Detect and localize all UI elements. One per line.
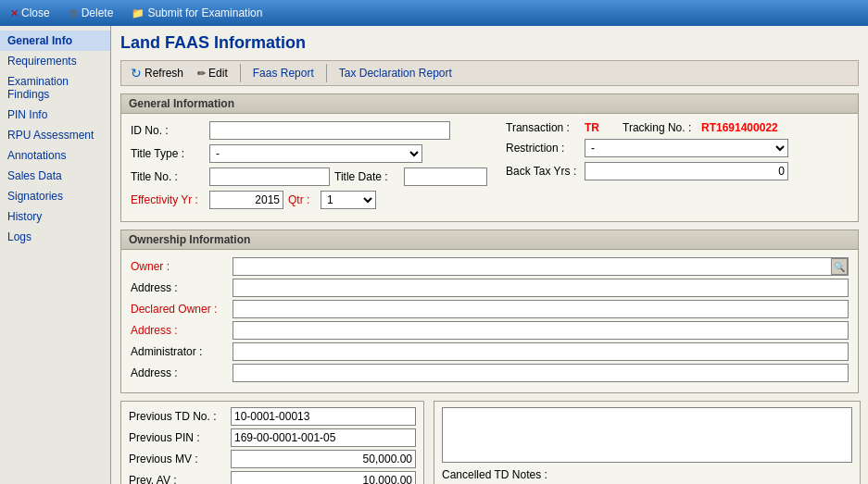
content-area: Land FAAS Information ↻ Refresh ✏ Edit F… [111, 26, 868, 484]
prev-td-input[interactable] [231, 407, 416, 426]
owner-row: Owner : 🔍 [131, 257, 849, 276]
address2-row: Address : [131, 321, 849, 340]
cancelled-td-notes-input[interactable] [442, 407, 852, 463]
declared-owner-row: Declared Owner : [131, 300, 849, 318]
prev-mv-row: Previous MV : [129, 450, 416, 468]
address3-input[interactable] [233, 364, 849, 382]
toolbar: ↻ Refresh ✏ Edit Faas Report Tax Declara… [120, 60, 859, 86]
edit-button[interactable]: ✏ Edit [193, 65, 233, 81]
title-type-label: Title Type : [131, 147, 205, 160]
title-date-input[interactable] [404, 168, 487, 186]
administrator-row: Administrator : [131, 342, 849, 361]
restriction-row: Restriction : - [506, 139, 849, 157]
title-no-row: Title No. : Title Date : [131, 168, 487, 186]
cancelled-td-notes-label: Cancelled TD Notes : [442, 468, 547, 481]
transaction-label: Transaction : [506, 121, 580, 134]
owner-label: Owner : [131, 260, 233, 273]
owner-search-button[interactable]: 🔍 [831, 258, 848, 275]
prev-pin-input[interactable] [231, 428, 416, 447]
delete-icon: 🗑 [69, 7, 79, 19]
sidebar-item-signatories[interactable]: Signatories [0, 186, 110, 206]
effectivity-yr-label: Effectivity Yr : [131, 193, 205, 206]
title-bar: ✕ Close 🗑 Delete 📁 Submit for Examinatio… [0, 0, 868, 26]
sidebar-item-examination-findings[interactable]: Examination Findings [0, 71, 110, 105]
id-no-input[interactable] [209, 121, 450, 140]
title-date-label: Title Date : [334, 170, 399, 183]
prev-av-label: Prev. AV : [129, 474, 231, 484]
ownership-info-body: Owner : 🔍 Address : Declared Owner : [121, 250, 858, 392]
address1-input[interactable] [233, 279, 849, 297]
effectivity-yr-input[interactable] [209, 191, 283, 209]
sidebar-item-rpu-assessment[interactable]: RPU Assessment [0, 125, 110, 145]
address1-label: Address : [131, 281, 233, 294]
tracking-no-value: RT1691400022 [701, 121, 778, 134]
sidebar-item-pin-info[interactable]: PIN Info [0, 105, 110, 125]
refresh-button[interactable]: ↻ Refresh [126, 64, 188, 82]
gen-info-grid: ID No. : Title Type : - Title No. [131, 121, 849, 214]
title-type-select[interactable]: - [209, 144, 422, 163]
prev-mv-label: Previous MV : [129, 453, 231, 465]
sidebar-item-general-info[interactable]: General Info [0, 31, 110, 51]
back-tax-label: Back Tax Yrs : [506, 165, 580, 178]
tracking-no-label: Tracking No. : [623, 121, 697, 134]
prev-av-input[interactable] [231, 471, 416, 484]
gen-left: ID No. : Title Type : - Title No. [131, 121, 487, 214]
owner-input[interactable] [233, 257, 849, 276]
prev-av-row: Prev. AV : [129, 471, 416, 484]
close-button[interactable]: ✕ Close [6, 5, 55, 21]
declared-owner-input[interactable] [233, 300, 849, 318]
prev-pin-label: Previous PIN : [129, 431, 231, 444]
back-tax-input[interactable] [585, 162, 788, 180]
effectivity-yr-row: Effectivity Yr : Qtr : 1 2 3 4 [131, 191, 487, 209]
transaction-value: TR [585, 121, 599, 134]
title-type-row: Title Type : - [131, 144, 487, 163]
toolbar-separator-2 [326, 64, 327, 82]
page-title: Land FAAS Information [120, 33, 859, 53]
address3-label: Address : [131, 366, 233, 379]
address2-input[interactable] [233, 321, 849, 340]
id-no-row: ID No. : [131, 121, 487, 140]
address1-row: Address : [131, 279, 849, 297]
cancelled-td-notes-row: Cancelled TD Notes : [442, 468, 852, 481]
bottom-section: Previous TD No. : Previous PIN : Previou… [120, 401, 859, 484]
general-info-title: General Information [121, 94, 858, 114]
submit-button[interactable]: 📁 Submit for Examination [127, 5, 267, 21]
sidebar-item-logs[interactable]: Logs [0, 227, 110, 247]
address2-label: Address : [131, 324, 233, 337]
prev-pin-row: Previous PIN : [129, 428, 416, 447]
sidebar-item-annotations[interactable]: Annotations [0, 145, 110, 166]
general-info-body: ID No. : Title Type : - Title No. [121, 114, 858, 221]
refresh-icon: ↻ [131, 66, 142, 81]
ownership-info-panel: Ownership Information Owner : 🔍 Address … [120, 230, 859, 393]
ownership-info-title: Ownership Information [121, 230, 858, 250]
prev-td-label: Previous TD No. : [129, 410, 231, 423]
title-no-label: Title No. : [131, 170, 205, 183]
sidebar-item-requirements[interactable]: Requirements [0, 51, 110, 71]
general-info-panel: General Information ID No. : Title Type … [120, 93, 859, 222]
sidebar-item-sales-data[interactable]: Sales Data [0, 166, 110, 186]
submit-icon: 📁 [132, 7, 145, 19]
restriction-select[interactable]: - [585, 139, 788, 157]
declared-owner-label: Declared Owner : [131, 303, 233, 316]
back-tax-row: Back Tax Yrs : [506, 162, 849, 180]
toolbar-separator-1 [240, 64, 241, 82]
gen-right: Transaction : TR Tracking No. : RT169140… [506, 121, 849, 214]
id-no-label: ID No. : [131, 124, 205, 137]
administrator-label: Administrator : [131, 345, 233, 358]
qtr-label: Qtr : [288, 193, 316, 206]
owner-input-wrap: 🔍 [233, 257, 849, 276]
sidebar-item-history[interactable]: History [0, 206, 110, 227]
restriction-label: Restriction : [506, 142, 580, 155]
edit-icon: ✏ [197, 68, 206, 80]
qtr-select[interactable]: 1 2 3 4 [321, 191, 376, 209]
administrator-input[interactable] [233, 342, 849, 361]
previous-info-panel: Previous TD No. : Previous PIN : Previou… [120, 401, 424, 484]
prev-mv-input[interactable] [231, 450, 416, 468]
tax-declaration-report-button[interactable]: Tax Declaration Report [334, 65, 457, 81]
delete-button[interactable]: 🗑 Delete [64, 5, 119, 21]
transaction-row: Transaction : TR Tracking No. : RT169140… [506, 121, 849, 134]
close-icon: ✕ [10, 7, 19, 19]
title-no-input[interactable] [209, 168, 330, 186]
main-container: General Info Requirements Examination Fi… [0, 26, 868, 484]
faas-report-button[interactable]: Faas Report [248, 65, 319, 81]
